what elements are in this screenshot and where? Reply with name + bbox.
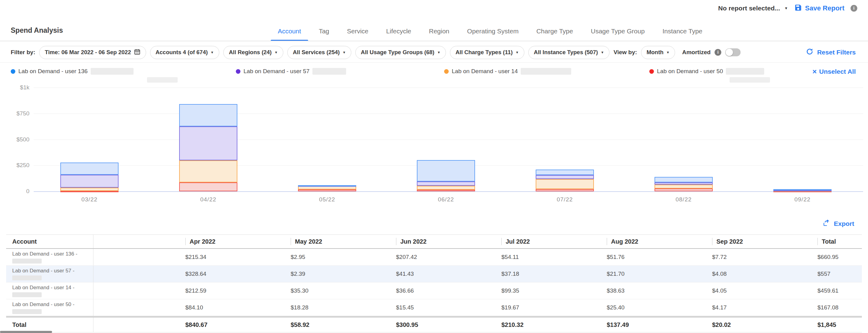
account-name: Lab on Demand - user 136 -: [12, 251, 93, 257]
bar-segment-lab-on-demand-user-136-03-22[interactable]: [60, 163, 119, 175]
report-selector-dropdown[interactable]: No report selected... ▼: [718, 5, 788, 12]
bar-segment-lab-on-demand-user-136-08-22[interactable]: [654, 177, 713, 182]
save-report-label: Save Report: [805, 4, 844, 12]
save-report-button[interactable]: Save Report: [794, 4, 844, 13]
bar-segment-lab-on-demand-user-14-08-22[interactable]: [654, 185, 713, 189]
unselect-all-button[interactable]: × Unselect All: [812, 68, 856, 75]
account-cell: Lab on Demand - user 50 -: [6, 299, 93, 316]
bar-segment-lab-on-demand-user-50-08-22[interactable]: [654, 189, 713, 191]
total-cell-jul-2022: $210.32: [495, 318, 600, 332]
bar-segment-lab-on-demand-user-57-07-22[interactable]: [536, 175, 594, 179]
reset-filters-button[interactable]: Reset Filters: [806, 48, 856, 57]
x-axis-line: [34, 191, 863, 192]
filter-label: All Usage Type Groups (68): [361, 49, 434, 56]
filter-label: All Services (254): [293, 49, 340, 56]
table-row-lab-on-demand-user-57: Lab on Demand - user 57 -$328.64$2.39$41…: [6, 266, 862, 282]
x-axis-tick: 04/22: [200, 196, 217, 203]
view-by-dropdown[interactable]: Month ▼: [641, 46, 675, 59]
row-spacer: [93, 282, 179, 299]
bar-segment-lab-on-demand-user-136-09-22[interactable]: [773, 189, 832, 190]
filter-all-regions-24[interactable]: All Regions (24)▼: [223, 46, 283, 59]
legend-item-lab-on-demand-user-50[interactable]: Lab on Demand - user 50: [649, 68, 764, 75]
bar-segment-lab-on-demand-user-14-04-22[interactable]: [179, 160, 237, 182]
bar-segment-lab-on-demand-user-14-06-22[interactable]: [417, 186, 475, 190]
bar-segment-lab-on-demand-user-50-04-22[interactable]: [179, 182, 237, 191]
table-row-lab-on-demand-user-136: Lab on Demand - user 136 -$215.34$2.95$2…: [6, 249, 862, 266]
bar-segment-lab-on-demand-user-136-05-22[interactable]: [298, 185, 356, 187]
cell-aug-2022: $25.40: [600, 299, 706, 316]
tab-tag[interactable]: Tag: [310, 22, 338, 41]
filter-all-usage-type-groups-68[interactable]: All Usage Type Groups (68)▼: [355, 46, 446, 59]
horizontal-scrollbar-thumb[interactable]: [0, 331, 52, 333]
bar-segment-lab-on-demand-user-57-08-22[interactable]: [654, 182, 713, 185]
toggle-knob: [725, 49, 733, 56]
bar-segment-lab-on-demand-user-14-07-22[interactable]: [536, 179, 594, 190]
total-label: Total: [6, 318, 93, 332]
tab-charge-type[interactable]: Charge Type: [527, 22, 582, 41]
filter-accounts-4-of-674[interactable]: Accounts 4 (of 674)▼: [150, 46, 220, 59]
bar-segment-lab-on-demand-user-136-07-22[interactable]: [536, 170, 594, 175]
tab-operating-system[interactable]: Operating System: [458, 22, 527, 41]
cell-sep-2022: $7.72: [706, 249, 811, 265]
legend-dot-icon: [11, 69, 15, 74]
bar-segment-lab-on-demand-user-50-07-22[interactable]: [536, 189, 594, 191]
column-header-jun-2022: Jun 2022: [390, 235, 495, 248]
bar-segment-lab-on-demand-user-136-04-22[interactable]: [179, 104, 237, 126]
tabs-divider: [0, 41, 868, 41]
total-cell-aug-2022: $137.49: [600, 318, 706, 332]
tab-service[interactable]: Service: [338, 22, 377, 41]
bar-segment-lab-on-demand-user-136-06-22[interactable]: [417, 160, 475, 181]
bar-segment-lab-on-demand-user-57-06-22[interactable]: [417, 181, 475, 186]
reset-filters-label: Reset Filters: [817, 49, 856, 56]
bar-segment-lab-on-demand-user-57-03-22[interactable]: [60, 175, 119, 188]
filter-all-instance-types-507[interactable]: All Instance Types (507)▼: [528, 46, 610, 59]
tab-lifecycle[interactable]: Lifecycle: [377, 22, 420, 41]
export-button[interactable]: Export: [823, 219, 854, 228]
column-header-account: Account: [6, 235, 93, 248]
bar-segment-lab-on-demand-user-50-03-22[interactable]: [60, 191, 119, 192]
bar-segment-lab-on-demand-user-14-03-22[interactable]: [60, 188, 119, 191]
bar-segment-lab-on-demand-user-50-06-22[interactable]: [417, 190, 475, 191]
column-header-jul-2022: Jul 2022: [495, 235, 600, 248]
total-cell-jun-2022: $300.95: [390, 318, 495, 332]
legend-item-lab-on-demand-user-57[interactable]: Lab on Demand - user 57: [236, 68, 346, 75]
cell-jun-2022: $36.66: [390, 282, 495, 299]
account-name: Lab on Demand - user 50 -: [12, 301, 93, 308]
filter-label: All Regions (24): [229, 49, 272, 56]
column-header-label: Total: [817, 238, 836, 245]
redacted-text: [312, 68, 346, 75]
cell-may-2022: $35.30: [284, 282, 390, 299]
spend-analysis-page: No report selected... ▼ Save Report i Sp…: [0, 0, 868, 333]
tab-account[interactable]: Account: [269, 22, 310, 41]
filter-all-services-254[interactable]: All Services (254)▼: [287, 46, 351, 59]
cell-apr-2022: $328.64: [179, 266, 284, 282]
x-axis-tick: 08/22: [676, 196, 692, 203]
legend-item-lab-on-demand-user-136[interactable]: Lab on Demand - user 136: [11, 68, 133, 75]
legend-dot-icon: [649, 69, 654, 74]
tab-instance-type[interactable]: Instance Type: [654, 22, 711, 41]
cell-may-2022: $18.28: [284, 299, 390, 316]
amortized-label: Amortized: [682, 49, 711, 56]
bar-segment-lab-on-demand-user-50-05-22[interactable]: [298, 190, 356, 191]
legend-item-lab-on-demand-user-14[interactable]: Lab on Demand - user 14: [444, 68, 571, 75]
chevron-down-icon: ▼: [274, 51, 278, 54]
cell-apr-2022: $212.59: [179, 282, 284, 299]
cell-sep-2022: $4.17: [706, 299, 811, 316]
time-range-filter[interactable]: Time: 06 Mar 2022 - 06 Sep 2022: [39, 46, 146, 59]
filter-label: All Instance Types (507): [534, 49, 598, 56]
cell-jul-2022: $99.35: [495, 282, 600, 299]
cell-total: $459.61: [811, 282, 862, 299]
bar-segment-lab-on-demand-user-57-04-22[interactable]: [179, 126, 237, 160]
info-icon[interactable]: i: [850, 5, 857, 12]
column-header-total: Total: [811, 235, 862, 248]
gridline: [34, 113, 863, 114]
x-axis-tick: 06/22: [438, 196, 454, 203]
redacted-text: [12, 259, 42, 264]
chevron-down-icon: ▼: [210, 51, 214, 54]
cell-total: $167.08: [811, 299, 862, 316]
amortized-toggle[interactable]: [725, 48, 741, 56]
filter-all-charge-types-11[interactable]: All Charge Types (11)▼: [450, 46, 524, 59]
info-icon[interactable]: i: [715, 49, 721, 56]
tab-region[interactable]: Region: [420, 22, 458, 41]
tab-usage-type-group[interactable]: Usage Type Group: [582, 22, 654, 41]
